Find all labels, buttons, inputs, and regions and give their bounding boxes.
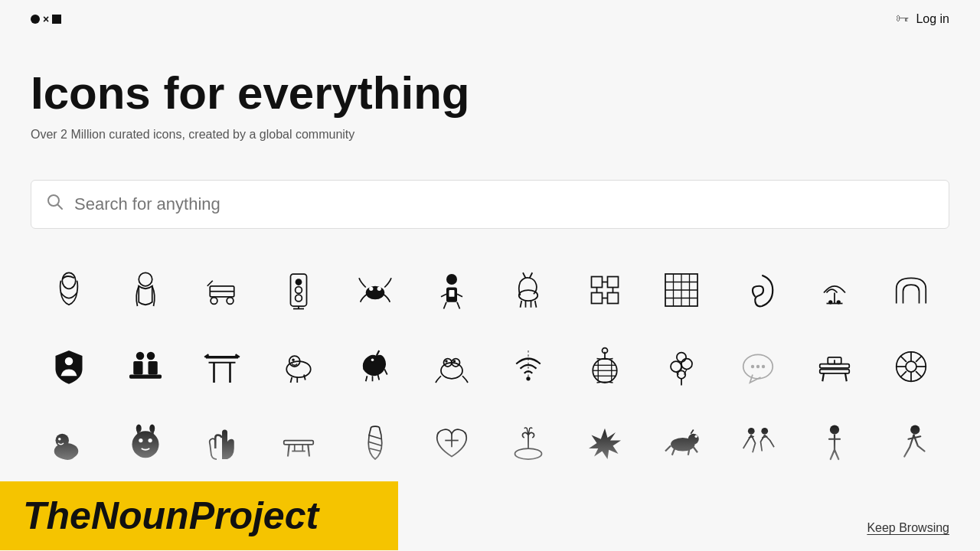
svg-line-93 xyxy=(822,373,824,382)
svg-rect-92 xyxy=(820,370,850,373)
list-item[interactable] xyxy=(31,405,107,481)
list-item[interactable] xyxy=(490,405,567,481)
list-item[interactable] xyxy=(567,328,643,405)
svg-point-139 xyxy=(910,425,920,434)
list-item[interactable] xyxy=(107,328,184,405)
svg-point-45 xyxy=(65,357,74,366)
search-bar[interactable] xyxy=(31,180,949,229)
svg-point-127 xyxy=(515,448,542,459)
list-item[interactable] xyxy=(720,252,796,328)
login-area[interactable]: 🗝 Log in xyxy=(896,11,949,27)
svg-rect-28 xyxy=(592,293,603,304)
list-item[interactable] xyxy=(643,405,720,481)
list-item[interactable] xyxy=(796,252,873,328)
noun-project-badge: TheNounProject xyxy=(0,481,398,550)
svg-point-7 xyxy=(227,298,234,305)
svg-line-94 xyxy=(845,373,847,382)
keep-browsing-button[interactable]: Keep Browsing xyxy=(867,521,949,535)
svg-line-118 xyxy=(308,445,309,457)
list-item[interactable] xyxy=(873,405,949,481)
list-item[interactable] xyxy=(643,252,720,328)
svg-rect-20 xyxy=(449,290,455,297)
hero-title: Icons for everything xyxy=(31,68,949,119)
list-item[interactable] xyxy=(184,252,260,328)
list-item[interactable] xyxy=(260,328,337,405)
list-item[interactable] xyxy=(337,328,413,405)
list-item[interactable] xyxy=(490,252,567,328)
list-item[interactable] xyxy=(643,328,720,405)
list-item[interactable] xyxy=(184,328,260,405)
list-item[interactable] xyxy=(720,328,796,405)
key-icon: 🗝 xyxy=(896,11,910,27)
svg-point-44 xyxy=(837,300,841,304)
svg-rect-48 xyxy=(133,361,142,375)
svg-point-111 xyxy=(132,431,159,458)
search-input[interactable] xyxy=(74,194,933,214)
svg-line-25 xyxy=(535,301,537,308)
list-item[interactable] xyxy=(490,328,567,405)
list-item[interactable] xyxy=(260,252,337,328)
svg-point-80 xyxy=(671,361,681,372)
login-button[interactable]: Log in xyxy=(916,12,949,26)
list-item[interactable] xyxy=(796,405,873,481)
svg-point-47 xyxy=(147,352,155,360)
list-item[interactable] xyxy=(107,405,184,481)
svg-point-114 xyxy=(136,425,142,433)
svg-rect-26 xyxy=(592,277,603,288)
list-item[interactable] xyxy=(873,328,949,405)
list-item[interactable] xyxy=(337,405,413,481)
svg-rect-29 xyxy=(608,293,619,304)
svg-point-88 xyxy=(751,365,754,368)
svg-line-104 xyxy=(916,371,922,377)
list-item[interactable] xyxy=(337,252,413,328)
list-item[interactable] xyxy=(567,405,643,481)
list-item[interactable] xyxy=(31,328,107,405)
svg-line-103 xyxy=(900,356,906,362)
list-item[interactable] xyxy=(31,252,107,328)
svg-point-138 xyxy=(830,425,839,434)
svg-point-98 xyxy=(906,361,916,372)
svg-line-106 xyxy=(900,371,906,377)
svg-point-81 xyxy=(681,359,692,370)
svg-point-113 xyxy=(149,439,152,442)
list-item[interactable] xyxy=(567,252,643,328)
svg-point-2 xyxy=(62,272,76,289)
svg-point-11 xyxy=(296,287,302,294)
svg-line-122 xyxy=(368,435,382,439)
svg-point-15 xyxy=(366,286,385,300)
list-item[interactable] xyxy=(413,328,490,405)
badge-text: TheNounProject xyxy=(23,494,318,538)
svg-line-132 xyxy=(672,448,675,455)
list-item[interactable] xyxy=(107,252,184,328)
svg-point-16 xyxy=(369,287,373,291)
list-item[interactable] xyxy=(873,252,949,328)
svg-point-115 xyxy=(149,425,155,433)
svg-line-60 xyxy=(291,377,292,383)
list-item[interactable] xyxy=(184,405,260,481)
svg-point-90 xyxy=(762,365,765,368)
svg-line-131 xyxy=(665,446,671,452)
svg-line-117 xyxy=(288,445,289,457)
logo[interactable]: × xyxy=(31,13,61,25)
svg-point-130 xyxy=(688,434,699,445)
svg-line-8 xyxy=(207,281,213,286)
svg-point-63 xyxy=(371,359,374,362)
list-item[interactable] xyxy=(796,328,873,405)
list-item[interactable] xyxy=(260,405,337,481)
icons-section xyxy=(0,252,980,481)
svg-rect-49 xyxy=(149,361,158,375)
svg-point-17 xyxy=(377,287,381,291)
logo-dot xyxy=(31,15,40,24)
logo-square xyxy=(52,15,61,24)
svg-point-10 xyxy=(296,279,302,285)
list-item[interactable] xyxy=(720,405,796,481)
list-item[interactable] xyxy=(413,405,490,481)
svg-line-22 xyxy=(521,301,522,308)
svg-point-59 xyxy=(292,359,295,362)
svg-point-68 xyxy=(453,360,456,363)
hero-subtitle: Over 2 Million curated icons, created by… xyxy=(31,128,949,142)
svg-point-6 xyxy=(211,298,217,305)
svg-point-136 xyxy=(748,428,755,435)
svg-point-43 xyxy=(828,300,832,304)
list-item[interactable] xyxy=(413,252,490,328)
